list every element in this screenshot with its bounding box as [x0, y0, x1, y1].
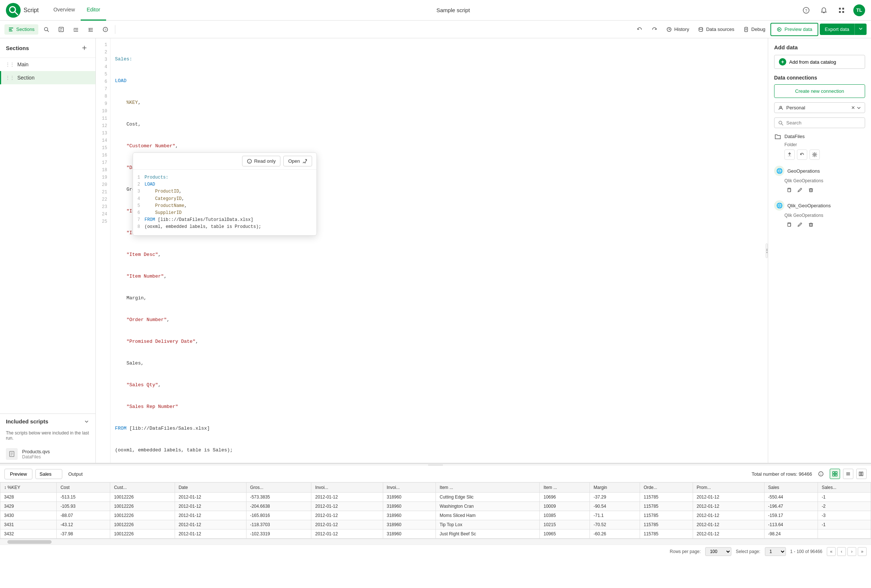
- prev-page-btn[interactable]: ‹: [837, 547, 846, 556]
- included-scripts-header[interactable]: Included scripts: [0, 414, 96, 429]
- preview-btn[interactable]: Preview: [4, 469, 33, 479]
- rows-per-page-label: Rows per page:: [670, 549, 701, 554]
- search-input[interactable]: [786, 120, 861, 125]
- grid-icon-btn[interactable]: [836, 4, 847, 16]
- h-scrollbar[interactable]: [0, 539, 871, 545]
- svg-rect-7: [839, 11, 841, 13]
- nav-overview[interactable]: Overview: [48, 0, 81, 21]
- qlik-logo[interactable]: Script: [6, 3, 39, 18]
- svg-rect-45: [810, 189, 813, 192]
- search-toolbar-btn[interactable]: [40, 24, 53, 34]
- outdent-toolbar-btn[interactable]: [84, 24, 97, 34]
- popup-line-nums: 12345678: [138, 174, 144, 231]
- app-title: Script: [24, 7, 39, 13]
- table-row: 3432-37.98100122262012-01-12-102.3319201…: [0, 530, 871, 539]
- svg-point-0: [6, 3, 21, 18]
- globe-icon-geo: 🌐: [774, 166, 784, 176]
- folder-settings-btn[interactable]: [810, 149, 820, 160]
- nav-editor[interactable]: Editor: [81, 0, 106, 21]
- th-margin: Margin: [590, 483, 640, 492]
- debug-btn[interactable]: Debug: [739, 24, 769, 34]
- open-btn[interactable]: Open: [283, 156, 312, 166]
- clear-filter-icon[interactable]: ✕: [851, 105, 855, 110]
- sections-title: Sections: [6, 45, 29, 51]
- help-icon-btn[interactable]: ?: [800, 4, 812, 16]
- data-table: ↕ %KEY Cost Cust... Date Gros... Invoi..…: [0, 482, 871, 539]
- line-numbers: 1 2 3 4 5 6 7 8 9 10 11 12 13 14 15 16 1: [96, 38, 111, 463]
- table-row: 3430-88.07100122262012-01-12-165.8016201…: [0, 511, 871, 520]
- add-from-catalog-btn[interactable]: + Add from data catalog: [774, 55, 865, 69]
- section-item-section[interactable]: ⋮⋮ Section 🗑: [0, 71, 96, 84]
- search-box: [774, 118, 865, 128]
- undo-btn[interactable]: [633, 24, 646, 34]
- th-item2: Item ...: [540, 483, 590, 492]
- included-scripts-title: Included scripts: [6, 418, 48, 425]
- personal-filter-actions: ✕: [851, 105, 861, 110]
- table-select[interactable]: Sales: [35, 469, 62, 479]
- top-nav: Script Overview Editor Sample script ? T…: [0, 0, 871, 21]
- page-nav: « ‹ › »: [827, 547, 867, 556]
- indent-toolbar-btn[interactable]: [69, 24, 82, 34]
- personal-filter[interactable]: Personal ✕: [774, 102, 865, 113]
- redo-btn[interactable]: [648, 24, 661, 34]
- qlik-geo-edit-btn[interactable]: [795, 220, 804, 229]
- last-page-btn[interactable]: »: [858, 547, 867, 556]
- script-name: Products.qvs: [22, 449, 50, 454]
- geo-delete-btn[interactable]: [807, 185, 816, 194]
- column-view-btn[interactable]: [856, 469, 867, 479]
- popup-box: i Read only Open 12345678 Products: [133, 152, 317, 236]
- grid-view-btn[interactable]: [830, 469, 840, 479]
- avatar[interactable]: TL: [853, 4, 865, 16]
- svg-point-26: [699, 27, 703, 29]
- geo-copy-btn[interactable]: [784, 185, 793, 194]
- create-connection-btn[interactable]: Create new connection: [774, 84, 865, 98]
- qlik-geo-copy-btn[interactable]: [784, 220, 793, 229]
- code-content[interactable]: Sales: LOAD %KEY, Cost, "Customer Number…: [111, 38, 768, 463]
- editor-resize-handle[interactable]: ⋮: [766, 243, 768, 258]
- conn-group-qlik-geo: 🌐 Qlik_GeoOperations Qlik GeoOperations: [774, 200, 865, 229]
- svg-rect-58: [859, 472, 861, 476]
- read-only-label: Read only: [254, 158, 276, 164]
- read-only-btn[interactable]: i Read only: [242, 156, 281, 166]
- th-invoi2: Invoi...: [383, 483, 436, 492]
- svg-rect-14: [59, 27, 63, 32]
- svg-point-39: [780, 106, 782, 108]
- svg-rect-54: [835, 474, 837, 476]
- code-container[interactable]: 1 2 3 4 5 6 7 8 9 10 11 12 13 14 15 16 1: [96, 38, 768, 463]
- right-panel: Add data + Add from data catalog Data co…: [768, 38, 871, 463]
- rows-per-page-select[interactable]: 100 50 25: [705, 547, 731, 556]
- code-line-11: "Item Number",: [115, 273, 763, 280]
- next-page-btn[interactable]: ›: [847, 547, 856, 556]
- code-line-4: Cost,: [115, 121, 763, 128]
- add-section-btn[interactable]: [79, 43, 90, 53]
- table-head: ↕ %KEY Cost Cust... Date Gros... Invoi..…: [0, 483, 871, 492]
- qlik-geo-delete-btn[interactable]: [807, 220, 816, 229]
- th-invoi1: Invoi...: [311, 483, 383, 492]
- data-sources-btn[interactable]: Data sources: [694, 24, 738, 34]
- folder-upload-btn[interactable]: [784, 149, 795, 160]
- help-toolbar-btn[interactable]: ?: [99, 24, 112, 34]
- editor-toolbar: Sections ? History Data sources Debug: [0, 21, 871, 38]
- code-line-1: Sales:: [115, 55, 763, 63]
- page-select[interactable]: 1: [765, 547, 786, 556]
- data-connections-title: Data connections: [774, 75, 865, 81]
- history-btn[interactable]: History: [663, 24, 693, 34]
- table-row: 3429-105.93100122262012-01-12-204.663820…: [0, 502, 871, 511]
- section-item-main[interactable]: ⋮⋮ Main: [0, 58, 96, 71]
- geo-edit-btn[interactable]: [795, 185, 804, 194]
- h-scrollbar-thumb[interactable]: [7, 540, 52, 544]
- section-name-main: Main: [17, 61, 91, 67]
- list-view-btn[interactable]: [843, 469, 853, 479]
- sections-toolbar-btn[interactable]: Sections: [4, 24, 38, 34]
- export-split-btn[interactable]: [855, 24, 867, 35]
- folder-refresh-btn[interactable]: [797, 149, 807, 160]
- bell-icon-btn[interactable]: [818, 4, 830, 16]
- export-data-btn[interactable]: Export data: [820, 24, 855, 35]
- info-icon-total[interactable]: i: [815, 468, 827, 480]
- preview-data-btn[interactable]: Preview data: [771, 23, 818, 36]
- toolbar-sep-1: [115, 25, 115, 34]
- first-page-btn[interactable]: «: [827, 547, 836, 556]
- comment-toolbar-btn[interactable]: [54, 24, 68, 34]
- code-lines: 1 2 3 4 5 6 7 8 9 10 11 12 13 14 15 16 1: [96, 38, 768, 463]
- conn-group-datafiles: DataFiles Folder: [774, 133, 865, 160]
